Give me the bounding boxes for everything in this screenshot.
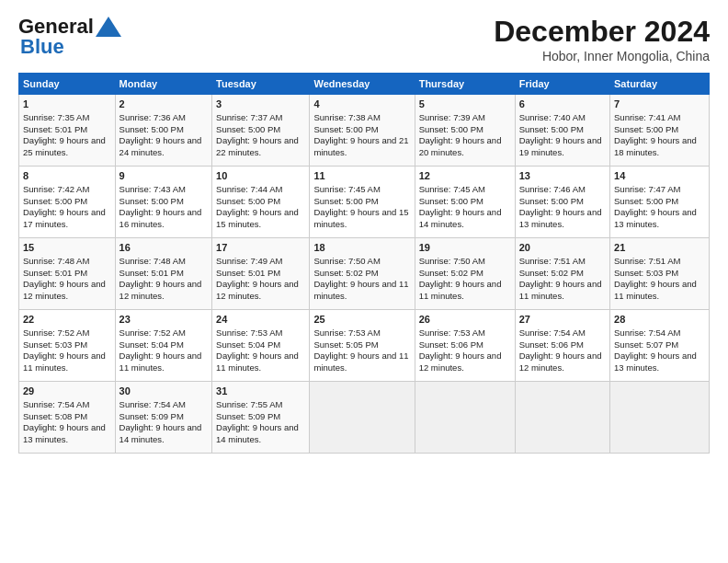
day-number: 26 (419, 313, 511, 327)
table-row: 16Sunrise: 7:48 AMSunset: 5:01 PMDayligh… (115, 238, 211, 310)
table-row: 17Sunrise: 7:49 AMSunset: 5:01 PMDayligh… (212, 238, 310, 310)
daylight-text: Daylight: 9 hours and 25 minutes. (23, 135, 106, 157)
calendar-week-4: 22Sunrise: 7:52 AMSunset: 5:03 PMDayligh… (19, 310, 710, 382)
daylight-text: Daylight: 9 hours and 13 minutes. (23, 422, 106, 444)
daylight-text: Daylight: 9 hours and 13 minutes. (519, 207, 602, 229)
calendar-table: Sunday Monday Tuesday Wednesday Thursday… (18, 73, 710, 454)
daylight-text: Daylight: 9 hours and 15 minutes. (216, 207, 299, 229)
day-number: 13 (519, 169, 606, 183)
day-number: 20 (519, 241, 606, 255)
daylight-text: Daylight: 9 hours and 19 minutes. (519, 135, 602, 157)
sunrise-text: Sunrise: 7:35 AM (23, 112, 89, 122)
sunrise-text: Sunrise: 7:55 AM (216, 399, 282, 409)
daylight-text: Daylight: 9 hours and 22 minutes. (216, 135, 299, 157)
daylight-text: Daylight: 9 hours and 11 minutes. (519, 279, 602, 301)
daylight-text: Daylight: 9 hours and 11 minutes. (614, 279, 697, 301)
table-row: 30Sunrise: 7:54 AMSunset: 5:09 PMDayligh… (115, 382, 211, 454)
sunset-text: Sunset: 5:01 PM (119, 268, 184, 278)
sunrise-text: Sunrise: 7:48 AM (119, 256, 186, 266)
table-row: 23Sunrise: 7:52 AMSunset: 5:04 PMDayligh… (115, 310, 211, 382)
sunrise-text: Sunrise: 7:44 AM (216, 184, 282, 194)
sunrise-text: Sunrise: 7:40 AM (519, 112, 586, 122)
col-monday: Monday (115, 74, 211, 95)
sunrise-text: Sunrise: 7:51 AM (519, 256, 586, 266)
sunrise-text: Sunrise: 7:46 AM (519, 184, 586, 194)
header: General Blue December 2024 Hobor, Inner … (18, 15, 710, 63)
sunset-text: Sunset: 5:01 PM (216, 268, 280, 278)
day-number: 17 (216, 241, 305, 255)
sunset-text: Sunset: 5:06 PM (419, 339, 483, 350)
table-row: 3Sunrise: 7:37 AMSunset: 5:00 PMDaylight… (212, 95, 310, 167)
sunrise-text: Sunrise: 7:53 AM (216, 327, 282, 338)
day-number: 25 (313, 313, 410, 327)
day-number: 2 (119, 98, 208, 111)
daylight-text: Daylight: 9 hours and 21 minutes. (313, 135, 408, 157)
sunrise-text: Sunrise: 7:54 AM (23, 399, 89, 409)
table-row: 10Sunrise: 7:44 AMSunset: 5:00 PMDayligh… (212, 167, 310, 238)
sunrise-text: Sunrise: 7:47 AM (614, 184, 680, 194)
sunrise-text: Sunrise: 7:53 AM (313, 327, 380, 338)
table-row (415, 382, 515, 454)
day-number: 27 (519, 313, 606, 327)
day-number: 3 (216, 98, 305, 111)
sunset-text: Sunset: 5:00 PM (419, 124, 483, 134)
table-row: 26Sunrise: 7:53 AMSunset: 5:06 PMDayligh… (415, 310, 515, 382)
title-block: December 2024 Hobor, Inner Mongolia, Chi… (494, 15, 710, 63)
table-row: 18Sunrise: 7:50 AMSunset: 5:02 PMDayligh… (310, 238, 415, 310)
sunrise-text: Sunrise: 7:52 AM (23, 327, 89, 338)
daylight-text: Daylight: 9 hours and 24 minutes. (119, 135, 202, 157)
sunrise-text: Sunrise: 7:38 AM (313, 112, 380, 122)
sunset-text: Sunset: 5:04 PM (216, 339, 280, 350)
day-number: 14 (614, 169, 705, 183)
sunset-text: Sunset: 5:02 PM (519, 268, 584, 278)
table-row: 5Sunrise: 7:39 AMSunset: 5:00 PMDaylight… (415, 95, 515, 167)
daylight-text: Daylight: 9 hours and 11 minutes. (216, 350, 299, 373)
day-number: 18 (313, 241, 410, 255)
sunset-text: Sunset: 5:02 PM (313, 268, 378, 278)
table-row: 4Sunrise: 7:38 AMSunset: 5:00 PMDaylight… (310, 95, 415, 167)
day-number: 7 (614, 98, 705, 111)
calendar-week-2: 8Sunrise: 7:42 AMSunset: 5:00 PMDaylight… (19, 167, 710, 238)
table-row: 13Sunrise: 7:46 AMSunset: 5:00 PMDayligh… (515, 167, 609, 238)
table-row: 31Sunrise: 7:55 AMSunset: 5:09 PMDayligh… (212, 382, 310, 454)
calendar-week-1: 1Sunrise: 7:35 AMSunset: 5:01 PMDaylight… (19, 95, 710, 167)
table-row: 25Sunrise: 7:53 AMSunset: 5:05 PMDayligh… (310, 310, 415, 382)
sunrise-text: Sunrise: 7:42 AM (23, 184, 89, 194)
daylight-text: Daylight: 9 hours and 12 minutes. (23, 279, 106, 301)
table-row: 24Sunrise: 7:53 AMSunset: 5:04 PMDayligh… (212, 310, 310, 382)
sunrise-text: Sunrise: 7:53 AM (419, 327, 485, 338)
sunset-text: Sunset: 5:00 PM (23, 196, 87, 206)
sunset-text: Sunset: 5:00 PM (216, 124, 280, 134)
day-number: 5 (419, 98, 511, 111)
day-number: 31 (216, 385, 305, 398)
sunrise-text: Sunrise: 7:52 AM (119, 327, 186, 338)
day-number: 6 (519, 98, 606, 111)
logo-blue: Blue (20, 35, 64, 59)
logo-arrow-icon (96, 17, 121, 37)
sunset-text: Sunset: 5:01 PM (23, 124, 87, 134)
sunset-text: Sunset: 5:06 PM (519, 339, 584, 350)
table-row: 1Sunrise: 7:35 AMSunset: 5:01 PMDaylight… (19, 95, 116, 167)
daylight-text: Daylight: 9 hours and 11 minutes. (419, 279, 502, 301)
sunset-text: Sunset: 5:05 PM (313, 339, 378, 350)
page: General Blue December 2024 Hobor, Inner … (0, 0, 728, 563)
table-row: 8Sunrise: 7:42 AMSunset: 5:00 PMDaylight… (19, 167, 116, 238)
sunset-text: Sunset: 5:00 PM (519, 124, 584, 134)
sunset-text: Sunset: 5:00 PM (614, 196, 678, 206)
day-number: 12 (419, 169, 511, 183)
daylight-text: Daylight: 9 hours and 20 minutes. (419, 135, 502, 157)
table-row: 11Sunrise: 7:45 AMSunset: 5:00 PMDayligh… (310, 167, 415, 238)
sunset-text: Sunset: 5:00 PM (313, 124, 378, 134)
sunrise-text: Sunrise: 7:37 AM (216, 112, 282, 122)
col-saturday: Saturday (610, 74, 710, 95)
day-number: 29 (23, 385, 111, 398)
table-row (515, 382, 609, 454)
sunrise-text: Sunrise: 7:50 AM (419, 256, 485, 266)
svg-marker-0 (96, 17, 121, 37)
sunrise-text: Sunrise: 7:50 AM (313, 256, 380, 266)
calendar-week-5: 29Sunrise: 7:54 AMSunset: 5:08 PMDayligh… (19, 382, 710, 454)
table-row (610, 382, 710, 454)
sunrise-text: Sunrise: 7:41 AM (614, 112, 680, 122)
table-row: 12Sunrise: 7:45 AMSunset: 5:00 PMDayligh… (415, 167, 515, 238)
table-row: 2Sunrise: 7:36 AMSunset: 5:00 PMDaylight… (115, 95, 211, 167)
